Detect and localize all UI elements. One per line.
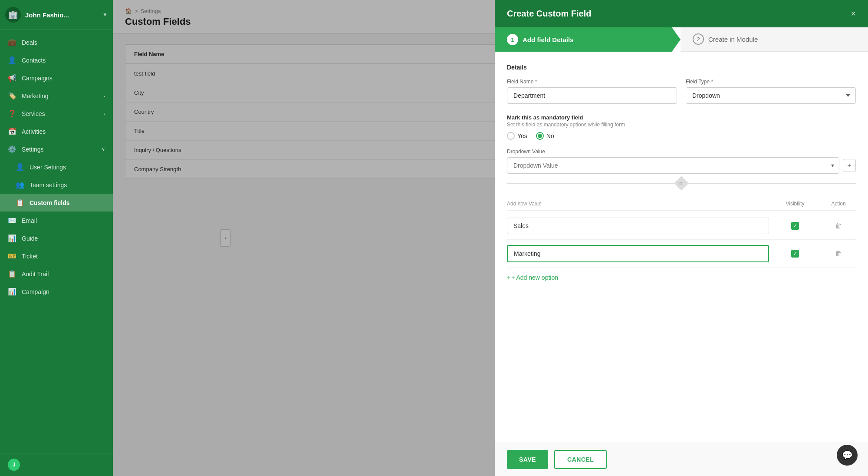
dropdown-value-wrapper: ▼	[507, 157, 839, 174]
create-custom-field-modal: Create Custom Field × 1 Add field Detail…	[495, 0, 868, 476]
modal-body: Details Field Name * Field Type * Dropdo…	[495, 52, 868, 443]
step-2[interactable]: 2 Create in Module	[681, 27, 868, 52]
sidebar-item-label: Team settings	[30, 182, 67, 188]
dropdown-value-input[interactable]	[507, 157, 839, 174]
value-input-marketing[interactable]	[507, 245, 769, 262]
section-details-label: Details	[507, 64, 856, 71]
modal-title: Create Custom Field	[507, 9, 591, 19]
dropdown-add-button[interactable]: +	[843, 159, 856, 172]
sidebar-header[interactable]: 🏢 John Fashio... ▼	[0, 0, 113, 30]
contacts-icon: 👤	[8, 56, 16, 64]
mandatory-yes-radio[interactable]: Yes	[507, 132, 527, 140]
drag-handle-icon[interactable]: ◇	[674, 176, 689, 191]
sidebar-nav: 💼 Deals 👤 Contacts 📢 Campaigns 🏷️ Market…	[0, 30, 113, 453]
checkbox-checked-icon: ✓	[791, 250, 799, 258]
sidebar-item-campaigns[interactable]: 📢 Campaigns	[0, 69, 113, 87]
mandatory-section: Mark this as mandatory field Set this fi…	[507, 114, 856, 140]
close-icon[interactable]: ×	[851, 9, 856, 19]
sidebar-item-label: User Settings	[30, 164, 66, 171]
sidebar-item-label: Email	[22, 217, 37, 224]
values-table-header: Add new Value Visibility Action	[507, 197, 856, 211]
field-name-label: Field Name *	[507, 79, 677, 85]
visibility-checkbox-sales[interactable]: ✓	[769, 222, 821, 230]
radio-no-circle	[536, 132, 544, 140]
chevron-down-icon: ∨	[102, 146, 105, 152]
add-option-label: + Add new option	[511, 274, 558, 281]
sidebar-item-deals[interactable]: 💼 Deals	[0, 33, 113, 51]
sidebar-item-ticket[interactable]: 🎫 Ticket	[0, 247, 113, 265]
sidebar-item-user-settings[interactable]: 👤 User Settings	[0, 158, 113, 176]
cancel-button[interactable]: CANCEL	[554, 450, 607, 469]
step-1[interactable]: 1 Add field Details	[495, 27, 681, 52]
field-type-group: Field Type * Dropdown Text Date Number	[686, 79, 856, 104]
action-col-header: Action	[821, 201, 856, 207]
user-avatar: J	[8, 459, 20, 471]
sidebar-item-custom-fields[interactable]: 📋 Custom fields	[0, 194, 113, 212]
sidebar-item-label: Contacts	[22, 57, 46, 64]
sidebar-item-settings[interactable]: ⚙️ Settings ∨	[0, 140, 113, 158]
campaigns-icon: 📢	[8, 74, 16, 82]
sidebar-item-activities[interactable]: 📅 Activities	[0, 122, 113, 140]
sidebar-chevron-icon: ▼	[102, 12, 108, 18]
sidebar-item-label: Services	[22, 110, 45, 117]
dropdown-value-row: ▼ +	[507, 157, 856, 174]
radio-yes-circle	[507, 132, 515, 140]
values-col-header: Add new Value	[507, 201, 769, 207]
radio-no-label: No	[546, 132, 554, 139]
main-content: ‹ 🏠 > Settings Custom Fields Field Name …	[113, 0, 868, 476]
sidebar-item-guide[interactable]: 📊 Guide	[0, 229, 113, 247]
field-type-select[interactable]: Dropdown Text Date Number	[686, 87, 856, 104]
sidebar-item-label: Marketing	[22, 93, 48, 99]
modal-footer: SAVE CANCEL	[495, 443, 868, 476]
step-1-label: Add field Details	[523, 36, 574, 43]
divider-handle: ◇	[507, 178, 856, 188]
chevron-right-icon: ›	[103, 111, 105, 116]
value-row-marketing: ✓ 🗑	[507, 240, 856, 268]
value-input-sales[interactable]	[507, 218, 769, 234]
custom-fields-icon: 📋	[16, 198, 24, 207]
mandatory-no-radio[interactable]: No	[536, 132, 554, 140]
checkbox-checked-icon: ✓	[791, 222, 799, 230]
sidebar-item-team-settings[interactable]: 👥 Team settings	[0, 176, 113, 194]
save-button[interactable]: SAVE	[507, 450, 548, 469]
sidebar-item-campaign[interactable]: 📊 Campaign	[0, 283, 113, 301]
guide-icon: 📊	[8, 234, 16, 242]
field-name-input[interactable]	[507, 87, 677, 104]
sidebar-item-audit-trail[interactable]: 📋 Audit Trail	[0, 265, 113, 283]
trash-icon[interactable]: 🗑	[835, 250, 842, 258]
field-type-label: Field Type *	[686, 79, 856, 85]
divider-line-right	[687, 183, 856, 184]
delete-sales-action[interactable]: 🗑	[821, 222, 856, 230]
visibility-col-header: Visibility	[769, 201, 821, 207]
field-name-type-row: Field Name * Field Type * Dropdown Text …	[507, 79, 856, 104]
radio-yes-label: Yes	[517, 132, 527, 139]
sidebar-item-label: Settings	[22, 146, 44, 153]
services-icon: ❓	[8, 109, 16, 118]
sidebar-item-label: Deals	[22, 39, 37, 46]
modal-steps: 1 Add field Details 2 Create in Module	[495, 27, 868, 52]
trash-icon[interactable]: 🗑	[835, 222, 842, 230]
sidebar-item-label: Audit Trail	[22, 271, 49, 278]
settings-icon: ⚙️	[8, 145, 16, 153]
visibility-checkbox-marketing[interactable]: ✓	[769, 250, 821, 258]
delete-marketing-action[interactable]: 🗑	[821, 250, 856, 258]
sidebar: 🏢 John Fashio... ▼ 💼 Deals 👤 Contacts 📢 …	[0, 0, 113, 476]
sidebar-item-label: Guide	[22, 235, 38, 242]
sidebar-item-marketing[interactable]: 🏷️ Marketing ›	[0, 87, 113, 105]
add-new-option-button[interactable]: + + Add new option	[507, 268, 856, 287]
mandatory-radio-group: Yes No	[507, 132, 856, 140]
sidebar-item-label: Activities	[22, 128, 46, 135]
sidebar-item-services[interactable]: ❓ Services ›	[0, 105, 113, 122]
step-2-number: 2	[693, 33, 704, 45]
deals-icon: 💼	[8, 38, 16, 46]
dropdown-value-section: Dropdown Value ▼ +	[507, 149, 856, 174]
sidebar-bottom: J	[0, 453, 113, 476]
marketing-icon: 🏷️	[8, 92, 16, 100]
plus-icon: +	[507, 274, 510, 281]
step-1-number: 1	[507, 34, 518, 45]
sidebar-item-contacts[interactable]: 👤 Contacts	[0, 51, 113, 69]
activities-icon: 📅	[8, 127, 16, 136]
sidebar-company: John Fashio...	[25, 11, 98, 19]
chat-support-button[interactable]: 💬	[837, 445, 858, 466]
sidebar-item-email[interactable]: ✉️ Email	[0, 212, 113, 229]
